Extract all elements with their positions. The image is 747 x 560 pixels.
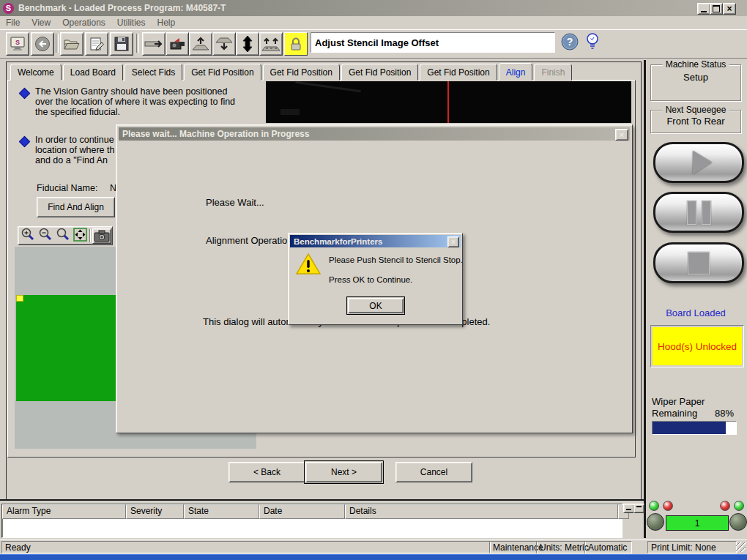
tab-welcome[interactable]: Welcome (10, 64, 62, 81)
vision-camera-button[interactable] (166, 32, 189, 56)
next-button[interactable]: Next > (304, 460, 384, 484)
close-icon: × (620, 131, 624, 139)
menu-operations[interactable]: Operations (56, 16, 111, 29)
find-and-align-button[interactable]: Find And Align (37, 197, 115, 217)
alarm-col-severity[interactable]: Severity (126, 504, 184, 519)
instruction2-bullet (21, 138, 29, 146)
next-squeegee-group: Next Squeegee Front To Rear (650, 110, 741, 133)
title-bar: S Benchmark - Loaded Process Program: M4… (0, 0, 747, 16)
left-inner-led-red (663, 501, 673, 511)
alarm-list: Alarm Type Severity State Date Details (1, 504, 622, 538)
table-lower-button[interactable] (212, 32, 236, 56)
save-icon (114, 37, 129, 51)
instruction1-text: The Vision Gantry should have been posit… (35, 86, 264, 117)
alarm-col-date[interactable]: Date (259, 504, 345, 519)
tab-finish[interactable]: Finish (534, 64, 572, 81)
alarm-col-details[interactable]: Details (345, 504, 618, 519)
stencil-raise-button[interactable] (259, 32, 283, 56)
status-print-limit-text: Print Limit: None (651, 542, 716, 553)
stop-icon (688, 252, 710, 275)
tip-button[interactable] (586, 32, 599, 55)
table-updown-button[interactable] (236, 32, 259, 56)
sidebar-divider (644, 60, 646, 538)
progress-dialog-titlebar: Please wait... Machine Operation in Prog… (119, 127, 630, 141)
play-icon (693, 151, 712, 174)
progress-dialog-close-button[interactable]: × (615, 129, 628, 141)
wiper-progress-track (652, 421, 737, 435)
edit-notes-icon (89, 37, 105, 51)
save-program-button[interactable] (110, 32, 133, 56)
instruction1-line2: over the location of where it was expect… (35, 97, 264, 107)
resize-grip[interactable] (736, 542, 746, 552)
table-raise-button[interactable] (189, 32, 212, 56)
menu-view[interactable]: View (26, 16, 56, 29)
tab-get-fid-position-1[interactable]: Get Fid Position (184, 64, 261, 81)
instruction1-line3: the specified fiducial. (35, 107, 264, 117)
message-box-titlebar: BenchmarkforPrinters × (290, 235, 461, 247)
find-and-align-label: Find And Align (48, 202, 104, 212)
fiducial-marker (16, 295, 23, 302)
status-maintenance: Maintenance (489, 541, 538, 553)
app-screen-button[interactable]: S (6, 32, 29, 56)
camera-crosshair-line (447, 81, 449, 123)
mode-field[interactable]: Adjust Stencil Image Offset (311, 32, 555, 53)
menu-file[interactable]: File (0, 16, 26, 29)
close-button[interactable]: × (723, 3, 736, 15)
next-squeegee-value: Front To Rear (651, 116, 740, 127)
zoom-out-button[interactable] (37, 227, 53, 244)
menu-help[interactable]: Help (152, 16, 182, 29)
cancel-label: Cancel (420, 467, 447, 477)
next-squeegee-label: Next Squeegee (663, 105, 729, 115)
back-button[interactable]: < Back (228, 462, 305, 482)
board-transfer-button[interactable] (142, 32, 166, 56)
wiper-label-line1: Wiper Paper (652, 396, 705, 407)
menu-utilities[interactable]: Utilities (111, 16, 152, 29)
alarm-col-state[interactable]: State (184, 504, 259, 519)
edit-program-button[interactable] (85, 32, 108, 56)
help-icon: ? (561, 33, 579, 51)
tab-get-fid-position-4[interactable]: Get Fid Position (420, 64, 497, 81)
back-icon (34, 36, 51, 52)
tab-get-fid-position-2[interactable]: Get Fid Position (263, 64, 340, 81)
table-raise-icon (191, 37, 210, 51)
wiper-label-row: Remaining 88% (652, 408, 734, 419)
minimize-button[interactable] (697, 3, 710, 15)
back-button-toolbar[interactable] (31, 32, 54, 56)
right-outer-led-green (734, 501, 744, 511)
fiducial-label: Fiducial Name: (37, 183, 97, 193)
instruction1-bullet (21, 89, 29, 97)
message-line1: Please Push Stencil to Stencil Stop. (329, 255, 463, 264)
pause-icon (687, 201, 711, 225)
tab-get-fid-position-3[interactable]: Get Fid Position (341, 64, 418, 81)
maximize-button[interactable] (710, 3, 723, 15)
zoom-in-button[interactable] (20, 227, 36, 244)
cancel-button[interactable]: Cancel (395, 462, 472, 482)
alarm-restore-button[interactable] (633, 504, 644, 513)
minimize-icon (626, 509, 631, 510)
ok-button[interactable]: OK (346, 296, 405, 315)
open-program-button[interactable] (60, 32, 83, 56)
fit-view-button[interactable] (73, 227, 88, 244)
tab-align[interactable]: Align (499, 63, 533, 81)
stop-button[interactable] (653, 242, 744, 283)
application-window: S Benchmark - Loaded Process Program: M4… (0, 0, 747, 560)
please-wait-text: Please Wait... (206, 197, 264, 208)
tab-select-fids[interactable]: Select Fids (124, 64, 182, 81)
alarm-col-type[interactable]: Alarm Type (2, 504, 126, 519)
start-button[interactable] (653, 142, 744, 183)
alarm-minimize-button[interactable] (623, 504, 634, 513)
camera-artifact (295, 81, 361, 92)
message-box-close-button[interactable]: × (447, 236, 459, 247)
snapshot-button[interactable] (92, 228, 111, 244)
next-label: Next > (331, 467, 357, 477)
hood-lock-button[interactable] (284, 32, 308, 56)
svg-text:S: S (15, 39, 20, 46)
mode-field-text: Adjust Stencil Image Offset (311, 37, 439, 48)
tab-load-board[interactable]: Load Board (63, 64, 123, 81)
help-button[interactable]: ? (561, 33, 579, 53)
stencil-raise-icon (261, 36, 281, 52)
zoom-window-button[interactable] (55, 227, 71, 244)
close-icon: × (451, 239, 456, 246)
pause-button[interactable] (653, 192, 744, 233)
board-status-text: Board Loaded (646, 307, 746, 318)
